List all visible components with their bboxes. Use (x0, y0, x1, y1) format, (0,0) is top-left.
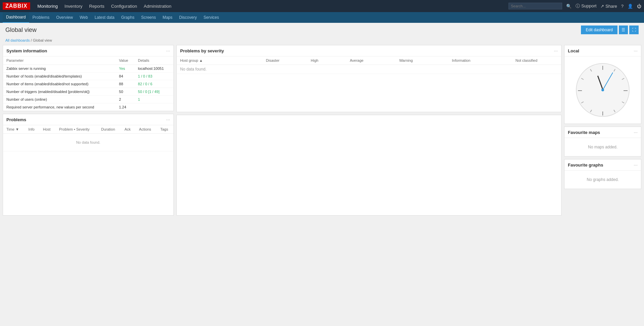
subnav-problems[interactable]: Problems (29, 12, 53, 23)
problems-bottom-widget (176, 115, 561, 216)
severity-no-data: No data found. (177, 65, 561, 74)
problems-table: Time ▼ Info Host Problem • Severity Dura… (3, 125, 173, 151)
col-value: Value (116, 56, 135, 65)
subnav-screens[interactable]: Screens (138, 12, 159, 23)
page-title: Global view (5, 27, 581, 34)
value-cell: 2 (116, 96, 135, 103)
nav-monitoring[interactable]: Monitoring (34, 0, 61, 12)
system-info-menu-icon[interactable]: ··· (166, 48, 170, 53)
subnav-web[interactable]: Web (76, 12, 91, 23)
details-cell: 82 / 0 / 6 (135, 80, 173, 88)
search-input[interactable] (508, 3, 562, 9)
logo: ZABBIX (3, 2, 30, 10)
support-link[interactable]: ⓘ Support (576, 3, 596, 9)
fav-maps-header: Favourite maps ··· (565, 127, 641, 138)
header-buttons: Edit dashboard ☰ ⛶ (581, 26, 639, 34)
system-info-header: System information ··· (3, 45, 173, 56)
nav-administration[interactable]: Administration (141, 0, 175, 12)
clock-container (565, 56, 641, 124)
breadcrumb: All dashboards / Global view (0, 37, 644, 45)
param-cell: Number of triggers (enabled/disabled [pr… (3, 88, 116, 96)
subnav-graphs[interactable]: Graphs (118, 12, 138, 23)
col-parameter: Parameter (3, 56, 116, 65)
param-cell: Number of hosts (enabled/disabled/templa… (3, 73, 116, 80)
clock-face (576, 63, 630, 117)
fav-graphs-title: Favourite graphs (568, 162, 634, 168)
table-row: Number of users (online)21 (3, 96, 173, 103)
system-info-table: Parameter Value Details Zabbix server is… (3, 56, 173, 111)
value-cell: 84 (116, 73, 135, 80)
dashboard-list-button[interactable]: ☰ (619, 26, 628, 34)
power-icon[interactable]: ⏻ (637, 4, 641, 9)
param-cell: Required server performance, new values … (3, 103, 116, 111)
pbs-menu-icon[interactable]: ··· (554, 48, 558, 53)
sev-col-notclassified: Not classified (492, 56, 561, 65)
edit-dashboard-button[interactable]: Edit dashboard (581, 26, 618, 34)
subnav-dashboard[interactable]: Dashboard (3, 12, 29, 23)
share-link[interactable]: ↗ Share (600, 4, 617, 9)
value-cell: Yes (116, 65, 135, 73)
details-cell: 1 (135, 96, 173, 103)
nav-reports[interactable]: Reports (86, 0, 108, 12)
value-cell: 1.24 (116, 103, 135, 111)
breadcrumb-all-dashboards[interactable]: All dashboards (5, 38, 30, 42)
system-info-title: System information (6, 48, 166, 53)
page-header: Global view Edit dashboard ☰ ⛶ (0, 23, 644, 37)
col-time: Time ▼ (3, 125, 25, 134)
right-column: Local ··· (564, 45, 641, 216)
sev-col-warning: Warning (381, 56, 431, 65)
nav-inventory[interactable]: Inventory (61, 0, 86, 12)
local-menu-icon[interactable]: ··· (634, 48, 638, 53)
problems-menu-icon[interactable]: ··· (166, 117, 170, 122)
problems-widget: Problems ··· Time ▼ Info Host Problem • … (3, 114, 174, 216)
local-clock-widget: Local ··· (564, 45, 641, 124)
fav-maps-menu-icon[interactable]: ··· (634, 130, 638, 135)
col-problem-severity: Problem • Severity (56, 125, 98, 134)
user-icon[interactable]: 👤 (628, 4, 633, 9)
nav-right: 🔍 ⓘ Support ↗ Share ? 👤 ⏻ (508, 3, 641, 9)
clock-center-dot (601, 89, 604, 91)
value-cell: 88 (116, 80, 135, 88)
problems-no-data: No data found. (3, 134, 173, 151)
clock-hour-hand (597, 76, 603, 90)
col-details: Details (135, 56, 173, 65)
left-column: System information ··· Parameter Value D… (3, 45, 174, 216)
fav-graphs-header: Favourite graphs ··· (565, 159, 641, 171)
problems-by-severity-widget: Problems by severity ··· Host group ▲ Di… (176, 45, 561, 112)
help-icon[interactable]: ? (621, 4, 624, 9)
subnav-services[interactable]: Services (200, 12, 222, 23)
subnav-discovery[interactable]: Discovery (176, 12, 200, 23)
param-cell: Number of items (enabled/disabled/not su… (3, 80, 116, 88)
sev-col-high: High (297, 56, 332, 65)
table-row: Number of items (enabled/disabled/not su… (3, 80, 173, 88)
pbs-header: Problems by severity ··· (177, 45, 561, 56)
details-cell: 1 / 0 / 83 (135, 73, 173, 80)
col-tags: Tags (157, 125, 173, 134)
local-title: Local (568, 48, 634, 53)
subnav-latest-data[interactable]: Latest data (91, 12, 118, 23)
subnav-maps[interactable]: Maps (159, 12, 176, 23)
fav-maps-no-data: No maps added. (565, 138, 641, 156)
problems-title: Problems (6, 117, 166, 122)
fullscreen-button[interactable]: ⛶ (629, 26, 639, 34)
col-ack: Ack (121, 125, 136, 134)
breadcrumb-current: Global view (33, 38, 52, 42)
favourite-graphs-widget: Favourite graphs ··· No graphs added. (564, 159, 641, 189)
details-cell (135, 103, 173, 111)
subnav-overview[interactable]: Overview (53, 12, 76, 23)
sev-col-disaster: Disaster (248, 56, 297, 65)
param-cell: Number of users (online) (3, 96, 116, 103)
top-navigation: ZABBIX Monitoring Inventory Reports Conf… (0, 0, 644, 12)
param-cell: Zabbix server is running (3, 65, 116, 73)
sev-col-information: Information (431, 56, 492, 65)
table-row: Number of triggers (enabled/disabled [pr… (3, 88, 173, 96)
table-row: Required server performance, new values … (3, 103, 173, 111)
clock-minute-hand (602, 73, 613, 90)
sub-navigation: Dashboard Problems Overview Web Latest d… (0, 12, 644, 23)
value-cell: 50 (116, 88, 135, 96)
middle-column: Problems by severity ··· Host group ▲ Di… (176, 45, 561, 216)
table-row: Zabbix server is runningYeslocalhost:100… (3, 65, 173, 73)
search-icon[interactable]: 🔍 (566, 4, 572, 9)
nav-configuration[interactable]: Configuration (108, 0, 140, 12)
fav-graphs-menu-icon[interactable]: ··· (634, 162, 638, 168)
